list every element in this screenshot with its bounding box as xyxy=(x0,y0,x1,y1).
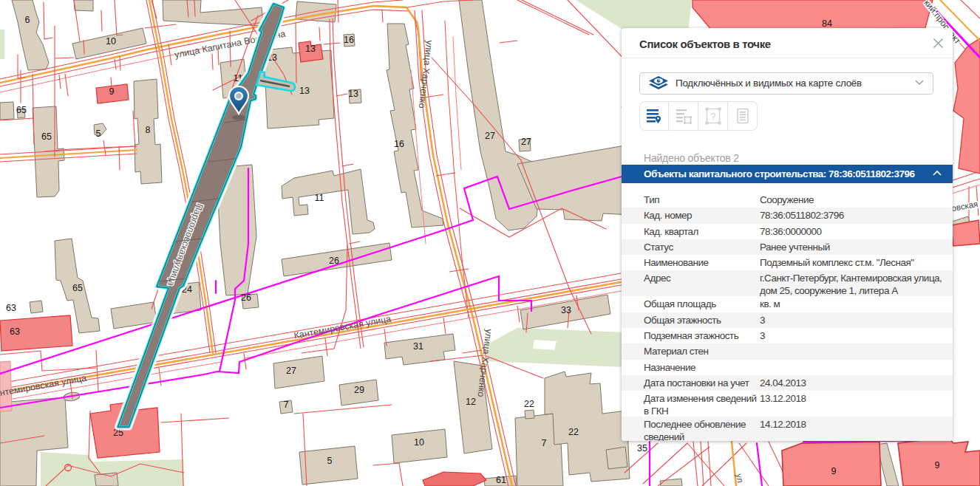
svg-text:13: 13 xyxy=(305,44,316,54)
svg-text:26: 26 xyxy=(241,292,251,303)
svg-text:61: 61 xyxy=(496,475,506,485)
svg-text:16: 16 xyxy=(344,35,354,45)
svg-text:27: 27 xyxy=(286,366,296,376)
svg-text:22: 22 xyxy=(524,399,534,409)
svg-text:?: ? xyxy=(710,112,715,122)
svg-text:29: 29 xyxy=(354,385,364,395)
svg-text:35: 35 xyxy=(637,443,647,454)
svg-text:11: 11 xyxy=(315,193,324,203)
svg-text:5: 5 xyxy=(327,456,333,466)
svg-text:6: 6 xyxy=(25,15,30,25)
svg-text:26: 26 xyxy=(329,256,339,266)
svg-text:22: 22 xyxy=(568,427,579,437)
svg-text:84: 84 xyxy=(822,18,832,29)
svg-text:16: 16 xyxy=(394,139,404,149)
svg-text:65: 65 xyxy=(72,283,83,293)
svg-text:10: 10 xyxy=(106,36,116,47)
svg-text:7: 7 xyxy=(542,438,547,448)
svg-text:10: 10 xyxy=(414,437,424,448)
svg-text:12: 12 xyxy=(466,397,476,407)
svg-text:63: 63 xyxy=(6,303,16,313)
svg-text:65: 65 xyxy=(41,131,52,142)
svg-text:63: 63 xyxy=(10,326,20,337)
svg-text:7: 7 xyxy=(284,400,289,410)
svg-text:ул: ул xyxy=(735,473,745,483)
svg-text:33: 33 xyxy=(561,305,571,315)
svg-text:9: 9 xyxy=(935,460,940,470)
svg-text:9: 9 xyxy=(831,466,837,476)
svg-text:27: 27 xyxy=(485,131,495,141)
svg-text:8: 8 xyxy=(146,125,151,135)
svg-text:65: 65 xyxy=(16,105,27,115)
svg-text:31: 31 xyxy=(413,341,423,352)
svg-text:13: 13 xyxy=(299,86,310,96)
svg-text:27: 27 xyxy=(521,137,531,147)
svg-text:9: 9 xyxy=(109,86,115,97)
svg-text:5: 5 xyxy=(96,129,101,139)
svg-text:13: 13 xyxy=(348,89,358,99)
